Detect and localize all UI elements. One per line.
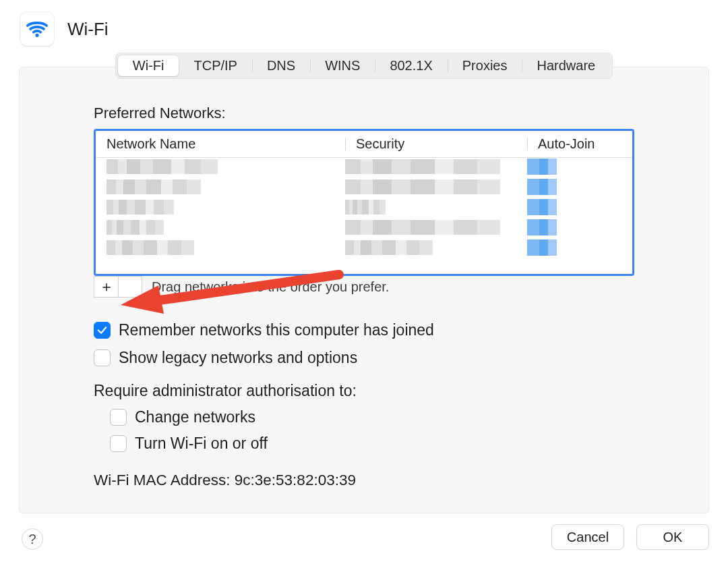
check-icon (96, 325, 108, 336)
add-network-button[interactable]: ＋ (94, 276, 118, 298)
redacted-cell (107, 159, 218, 174)
redacted-cell (345, 179, 500, 194)
toggle-wifi-checkbox[interactable] (110, 435, 127, 452)
plus-icon: ＋ (99, 279, 114, 294)
redacted-cell (107, 179, 201, 194)
tab-proxies[interactable]: Proxies (448, 55, 522, 76)
remember-networks-label: Remember networks this computer has join… (119, 321, 434, 339)
cancel-button[interactable]: Cancel (551, 524, 624, 550)
redacted-cell (345, 220, 500, 235)
svg-point-0 (35, 34, 38, 37)
wifi-panel: Preferred Networks: Network Name Securit… (19, 67, 709, 513)
show-legacy-label: Show legacy networks and options (119, 349, 357, 367)
redacted-cell (527, 179, 557, 195)
remember-networks-checkbox[interactable] (94, 322, 111, 339)
require-admin-label: Require administrator authorisation to: (94, 382, 634, 400)
table-row[interactable] (96, 158, 632, 178)
table-row[interactable] (96, 178, 632, 198)
redacted-cell (527, 240, 557, 256)
tabs: Wi-Fi TCP/IP DNS WINS 802.1X Proxies Har… (115, 53, 613, 79)
remove-network-button[interactable]: － (118, 276, 142, 298)
preferred-networks-label: Preferred Networks: (94, 105, 634, 122)
help-icon: ? (28, 532, 36, 547)
table-row[interactable] (96, 219, 632, 239)
change-networks-label: Change networks (135, 408, 255, 426)
show-legacy-checkbox[interactable] (94, 349, 111, 366)
preferred-networks-table[interactable]: Network Name Security Auto-Join (94, 129, 634, 276)
redacted-cell (345, 159, 500, 174)
redacted-cell (527, 219, 557, 235)
table-row[interactable] (96, 239, 632, 259)
tab-8021x[interactable]: 802.1X (375, 55, 447, 76)
redacted-cell (527, 199, 557, 215)
help-button[interactable]: ? (22, 528, 43, 550)
redacted-cell (107, 240, 194, 255)
redacted-cell (107, 200, 174, 215)
column-network-name[interactable]: Network Name (96, 136, 345, 152)
tab-dns[interactable]: DNS (252, 55, 310, 76)
wifi-icon (20, 12, 54, 46)
redacted-cell (345, 240, 433, 255)
tab-wins[interactable]: WINS (310, 55, 375, 76)
redacted-cell (345, 200, 386, 215)
table-row[interactable] (96, 198, 632, 219)
tab-hardware[interactable]: Hardware (522, 55, 610, 76)
page-title: Wi-Fi (67, 19, 109, 40)
toggle-wifi-label: Turn Wi-Fi on or off (135, 434, 268, 453)
mac-address-label: Wi-Fi MAC Address: (94, 472, 235, 488)
tab-wifi[interactable]: Wi-Fi (118, 55, 179, 76)
mac-address-row: Wi-Fi MAC Address: 9c:3e:53:82:03:39 (94, 472, 634, 489)
change-networks-checkbox[interactable] (110, 409, 127, 426)
mac-address-value: 9c:3e:53:82:03:39 (235, 472, 356, 488)
tab-tcpip[interactable]: TCP/IP (179, 55, 251, 76)
redacted-cell (107, 220, 164, 235)
drag-hint: Drag networks into the order you prefer. (152, 279, 389, 295)
column-security[interactable]: Security (345, 136, 527, 152)
ok-button[interactable]: OK (636, 524, 709, 550)
column-auto-join[interactable]: Auto-Join (527, 136, 632, 152)
redacted-cell (527, 159, 557, 175)
